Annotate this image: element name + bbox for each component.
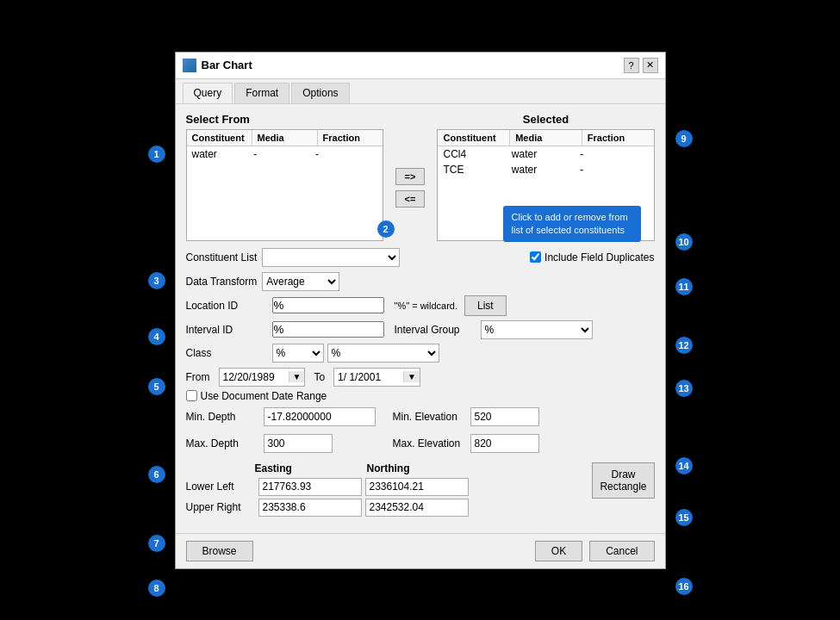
callout-12: 12 (675, 337, 693, 354)
include-duplicates-checkbox[interactable] (530, 251, 541, 263)
title-bar: Bar Chart ? ✕ (176, 53, 665, 79)
help-button[interactable]: ? (624, 58, 639, 73)
selected-row-2[interactable]: TCE water - (438, 162, 653, 177)
arrow-buttons: => <= (390, 113, 431, 241)
select-from-header: Constituent Media Fraction (187, 130, 383, 146)
from-date-input[interactable] (220, 369, 289, 386)
callout-2: 2 (377, 220, 395, 238)
tab-options[interactable]: Options (291, 83, 349, 103)
row-constituent: water (192, 148, 254, 160)
upper-right-northing[interactable] (365, 499, 469, 517)
callout-13: 13 (675, 380, 693, 397)
sel-fraction-1: - (580, 148, 648, 160)
lower-left-label: Lower Left (186, 480, 255, 493)
min-depth-row: Min. Depth (186, 407, 376, 426)
selected-row-1[interactable]: CCl4 water - (438, 146, 653, 162)
sel-col-media: Media (510, 130, 582, 146)
constituent-list-section: Constituent List (186, 248, 401, 267)
wildcard-note: "%" = wildcard. (395, 301, 458, 311)
callout-8: 8 (148, 580, 165, 597)
class-select-1[interactable]: % (272, 344, 324, 363)
title-bar-controls: ? ✕ (624, 58, 658, 73)
transform-location-row: Data Transform Average Sum Min Max (186, 272, 655, 291)
elevation-section: Min. Elevation Max. Elevation (393, 407, 539, 457)
bottom-right-buttons: OK Cancel (535, 541, 655, 561)
col-fraction: Fraction (318, 130, 383, 146)
cancel-button[interactable]: Cancel (589, 541, 654, 561)
include-duplicates-label: Include Field Duplicates (544, 251, 654, 264)
lower-left-row: Lower Left (186, 478, 586, 496)
callout-10: 10 (675, 233, 693, 251)
constituent-tooltip: Click to add or remove from list of sele… (503, 206, 641, 243)
data-transform-section: Data Transform Average Sum Min Max (186, 272, 340, 291)
easting-header: Easting (255, 462, 367, 474)
upper-right-label: Upper Right (186, 501, 255, 513)
ok-button[interactable]: OK (535, 541, 582, 561)
add-constituent-button[interactable]: => (395, 168, 426, 185)
data-transform-label: Data Transform (186, 276, 258, 288)
constituent-list-select[interactable] (262, 248, 400, 267)
dialog-title: Bar Chart (202, 59, 252, 71)
sel-media-1: water (512, 148, 580, 160)
callout-4: 4 (148, 328, 165, 345)
min-depth-label: Min. Depth (186, 411, 264, 423)
class-select-2[interactable]: % (327, 344, 439, 363)
row-fraction: - (315, 148, 377, 160)
browse-button[interactable]: Browse (186, 541, 253, 561)
interval-group-label: Interval Group (395, 324, 481, 336)
lower-left-northing[interactable] (365, 478, 469, 496)
max-elev-input[interactable] (470, 434, 539, 453)
select-from-row[interactable]: water - - (187, 146, 383, 162)
from-date-picker[interactable]: ▼ (289, 371, 305, 382)
callout-14: 14 (675, 457, 693, 474)
lower-left-easting[interactable] (258, 478, 362, 496)
location-id-input[interactable] (272, 297, 384, 313)
from-label: From (186, 371, 210, 383)
tab-bar: Query Format Options (176, 79, 665, 104)
sel-col-constituent: Constituent (438, 130, 510, 146)
list-button[interactable]: List (464, 295, 507, 316)
from-date-container: ▼ (219, 368, 306, 387)
callout-6: 6 (148, 466, 165, 483)
select-from-label: Select From (186, 113, 383, 126)
bottom-bar: Browse OK Cancel (176, 533, 665, 568)
min-elev-row: Min. Elevation (393, 407, 539, 426)
draw-rectangle-button[interactable]: DrawRectangle (592, 462, 654, 499)
upper-right-easting[interactable] (258, 499, 362, 517)
callout-5: 5 (148, 378, 165, 395)
max-depth-row: Max. Depth (186, 434, 376, 453)
class-row: Class % % (186, 344, 655, 363)
location-id-label: Location ID (186, 300, 272, 312)
min-elev-input[interactable] (470, 407, 539, 426)
sel-col-fraction: Fraction (582, 130, 654, 146)
max-depth-input[interactable] (264, 434, 333, 453)
interval-group-select[interactable]: % (481, 320, 593, 339)
interval-id-input[interactable] (272, 321, 384, 338)
coords-grid: Easting Northing Lower Left Upper Right (186, 462, 586, 519)
selected-label: Selected (437, 113, 654, 126)
depth-section: Min. Depth Max. Depth (186, 407, 376, 457)
to-date-picker[interactable]: ▼ (403, 371, 420, 382)
max-elev-label: Max. Elevation (393, 437, 470, 450)
dialog: Bar Chart ? ✕ Query Format Options Selec… (175, 52, 666, 569)
northing-header: Northing (367, 462, 410, 474)
callout-11: 11 (675, 278, 693, 295)
remove-constituent-button[interactable]: <= (395, 190, 426, 208)
min-elev-label: Min. Elevation (393, 411, 470, 423)
to-date-input[interactable] (334, 369, 403, 386)
tab-format[interactable]: Format (234, 83, 289, 103)
app-icon (183, 59, 196, 72)
dialog-content: Select From Constituent Media Fraction w… (176, 104, 665, 533)
callout-1: 1 (148, 146, 165, 163)
sel-constituent-1: CCl4 (443, 148, 511, 160)
min-depth-input[interactable] (264, 407, 376, 426)
doc-date-range-label: Use Document Date Range (201, 390, 327, 402)
doc-date-range-checkbox[interactable] (186, 390, 197, 401)
constituent-list-row: Constituent List Include Field Duplicate… (186, 248, 655, 267)
tab-query[interactable]: Query (183, 83, 233, 103)
data-transform-select[interactable]: Average Sum Min Max (262, 272, 339, 291)
max-depth-label: Max. Depth (186, 437, 264, 450)
sel-constituent-2: TCE (443, 164, 511, 176)
max-elev-row: Max. Elevation (393, 434, 539, 453)
close-button[interactable]: ✕ (643, 58, 658, 73)
